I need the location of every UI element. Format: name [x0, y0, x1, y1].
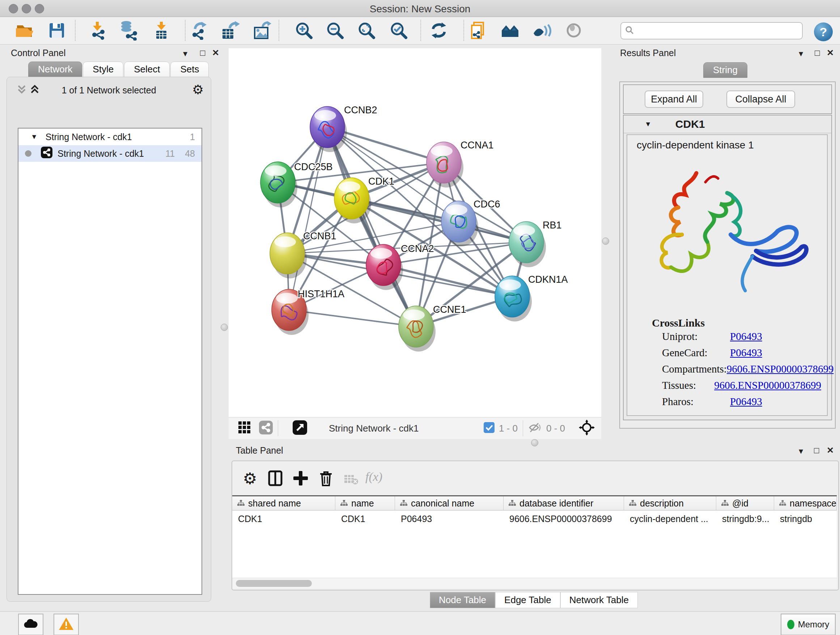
tab-string[interactable]: String — [703, 62, 747, 78]
network-node-RB1[interactable] — [509, 222, 546, 267]
cloud-button[interactable] — [18, 614, 43, 635]
table-row[interactable]: CDK1CDK1P064939606.ENSP00000378699cyclin… — [232, 510, 837, 527]
network-edge-CDK1-RB1[interactable] — [352, 198, 526, 242]
table-cell[interactable]: CDK1 — [232, 510, 335, 527]
tab-edge-table[interactable]: Edge Table — [495, 592, 561, 608]
table-cell[interactable]: stringdb — [774, 510, 837, 527]
expand-all-button[interactable]: Expand All — [645, 90, 703, 108]
network-node-CDC6[interactable] — [441, 201, 478, 247]
protein-section-header[interactable]: ▼ CDK1 — [624, 116, 831, 133]
table-panel-close-icon[interactable]: ✕ — [827, 446, 834, 455]
protein-results-scroll-area[interactable]: ▼ CDK1 cyclin-dependent kinase 1 — [623, 115, 832, 420]
results-panel-maximize-icon[interactable]: □ — [815, 49, 820, 57]
network-node-CDC25B[interactable] — [261, 162, 297, 207]
open-session-icon[interactable] — [14, 20, 35, 41]
crosslink-link[interactable]: 9606.ENSP00000378699 — [714, 379, 821, 391]
selected-checkbox-icon[interactable] — [484, 422, 494, 434]
node-label-CDK1: CDK1 — [368, 176, 394, 187]
add-column-icon[interactable] — [290, 468, 311, 489]
search-box[interactable] — [621, 22, 803, 40]
search-input[interactable] — [638, 24, 802, 38]
table-panel-maximize-icon[interactable]: □ — [814, 446, 819, 455]
collapse-all-button[interactable]: Collapse All — [726, 90, 795, 108]
network-node-CCNE1[interactable] — [399, 306, 436, 352]
network-node-CCNA1[interactable] — [426, 142, 463, 187]
network-node-CDKN1A[interactable] — [495, 276, 532, 321]
table-cell[interactable]: cyclin-dependent ... — [624, 510, 716, 527]
table-panel-float-icon[interactable]: ▾ — [799, 447, 803, 455]
scrollbar-thumb[interactable] — [236, 580, 312, 587]
network-edge-CCNB2-HIST1H1A[interactable] — [289, 127, 327, 310]
open-external-arrow-icon[interactable] — [293, 420, 307, 436]
column-header-database-identifier[interactable]: database identifier — [504, 496, 624, 510]
crosslink-link[interactable]: P06493 — [730, 347, 762, 359]
delete-column-icon[interactable] — [316, 468, 336, 489]
import-network-file-icon[interactable] — [88, 20, 108, 41]
show-graphics-details-icon[interactable] — [532, 20, 553, 41]
tab-network-table[interactable]: Network Table — [561, 592, 638, 608]
network-node-CDK1[interactable] — [334, 178, 371, 223]
open-documents-icon[interactable] — [468, 20, 488, 41]
save-session-icon[interactable] — [47, 20, 67, 41]
string-badge-gray-icon[interactable] — [259, 421, 273, 436]
control-panel-float-icon[interactable]: ▾ — [183, 49, 187, 58]
memory-button[interactable]: Memory — [781, 614, 836, 635]
help-button[interactable]: ? — [814, 22, 833, 41]
collection-expander-icon[interactable]: ▼ — [31, 133, 38, 141]
tab-style[interactable]: Style — [83, 62, 123, 77]
export-network-icon[interactable] — [189, 20, 210, 41]
show-columns-icon[interactable] — [265, 468, 286, 489]
network-row-selected[interactable]: String Network - cdk1 11 48 — [19, 145, 202, 162]
network-node-CCNB2[interactable] — [310, 106, 347, 152]
table-settings-gear-icon[interactable]: ⚙ — [240, 468, 261, 489]
crosshair-icon[interactable] — [579, 420, 595, 437]
table-cell[interactable]: P06493 — [395, 510, 504, 527]
table-cell[interactable]: stringdb:9... — [716, 510, 774, 527]
network-options-gear-icon[interactable]: ⚙ — [192, 82, 204, 97]
import-table-file-icon[interactable] — [151, 20, 172, 41]
table-body[interactable]: CDK1CDK1P064939606.ENSP00000378699cyclin… — [232, 510, 837, 578]
crosslink-link[interactable]: 9606.ENSP00000378699 — [727, 363, 834, 375]
table-cell[interactable]: CDK1 — [335, 510, 395, 527]
results-panel-close-icon[interactable]: ✕ — [827, 49, 834, 57]
results-panel-float-icon[interactable]: ▾ — [799, 49, 803, 58]
tab-network[interactable]: Network — [28, 62, 82, 77]
network-graph[interactable]: CCNB2CCNA1CDC25BCDK1CDC6RB1CCNB1CCNA2CDK… — [229, 48, 601, 417]
zoom-out-icon[interactable] — [325, 20, 345, 41]
warning-button[interactable] — [54, 614, 79, 635]
column-header-canonical-name[interactable]: canonical name — [395, 496, 504, 510]
tab-node-table[interactable]: Node Table — [430, 592, 495, 608]
network-collection-row[interactable]: ▼ String Network - cdk1 1 — [19, 128, 202, 145]
control-panel-maximize-icon[interactable]: □ — [200, 49, 205, 57]
table-horizontal-scrollbar[interactable] — [232, 578, 837, 589]
tab-select[interactable]: Select — [124, 62, 170, 77]
import-network-database-icon[interactable] — [118, 20, 139, 41]
column-header-description[interactable]: description — [624, 496, 716, 510]
network-node-CCNA2[interactable] — [366, 244, 403, 290]
table-header-row[interactable]: shared namenamecanonical namedatabase id… — [232, 495, 837, 510]
network-view-canvas[interactable]: CCNB2CCNA1CDC25BCDK1CDC6RB1CCNB1CCNA2CDK… — [229, 48, 601, 417]
left-splitter-handle[interactable] — [221, 324, 228, 331]
column-header-name[interactable]: name — [335, 496, 395, 510]
refresh-view-icon[interactable] — [429, 20, 449, 41]
crosslink-link[interactable]: P06493 — [730, 396, 762, 408]
tab-sets[interactable]: Sets — [171, 62, 209, 77]
right-splitter-handle[interactable] — [602, 238, 609, 245]
zoom-selected-icon[interactable] — [388, 20, 409, 41]
crosslink-link[interactable]: P06493 — [730, 331, 762, 342]
column-header-@id[interactable]: @id — [716, 496, 774, 510]
control-panel-close-icon[interactable]: ✕ — [212, 49, 219, 57]
node-label-CCNB2: CCNB2 — [344, 105, 377, 116]
column-header-shared-name[interactable]: shared name — [232, 496, 335, 510]
export-image-icon[interactable] — [252, 20, 272, 41]
column-header-label: shared name — [248, 498, 301, 509]
export-table-icon[interactable] — [220, 20, 240, 41]
hidden-eye-icon[interactable] — [528, 422, 543, 435]
protein-expander-icon[interactable]: ▼ — [645, 120, 652, 128]
column-header-namespace[interactable]: namespace — [774, 496, 837, 510]
birds-eye-grid-icon[interactable] — [238, 421, 251, 435]
string-home-icon[interactable] — [500, 20, 521, 41]
zoom-fit-icon[interactable] — [356, 20, 377, 41]
table-cell[interactable]: 9606.ENSP00000378699 — [504, 510, 624, 527]
zoom-in-icon[interactable] — [294, 20, 314, 41]
